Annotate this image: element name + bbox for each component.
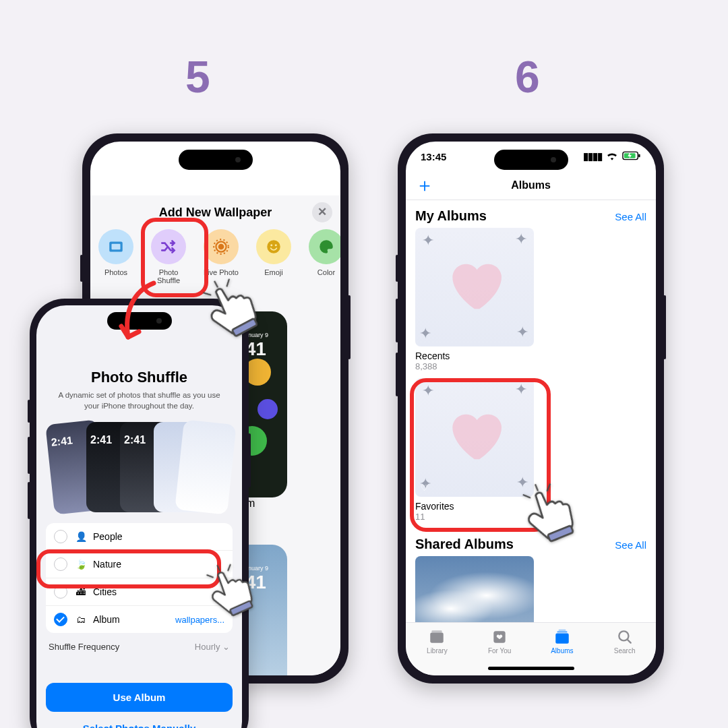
nav-bar: ＋ Albums [406, 171, 656, 200]
album-icon: 🗂 [75, 614, 86, 625]
preview-time: 2:41 [90, 434, 112, 446]
frequency-label: Shuffle Frequency [49, 642, 119, 652]
option-album[interactable]: 🗂Albumwallpapers... [46, 606, 233, 633]
album-recents[interactable]: ✦✦ ✦✦ Recents 8,388 [415, 228, 646, 371]
sheet-subtitle: A dynamic set of photos that shuffle as … [46, 390, 233, 411]
svg-point-5 [267, 240, 280, 253]
svg-point-6 [270, 244, 272, 246]
home-indicator[interactable] [488, 667, 574, 670]
album-title: Recents [415, 351, 646, 361]
phone-front: Photo Shuffle A dynamic set of photos th… [30, 299, 249, 728]
shuffle-frequency-row[interactable]: Shuffle Frequency Hourly ⌄ [46, 633, 233, 660]
photo-shuffle-sheet: Photo Shuffle A dynamic set of photos th… [36, 346, 242, 728]
person-icon: 👤 [75, 531, 86, 542]
tab-search[interactable]: Search [593, 623, 656, 675]
tab-label: Search [614, 647, 636, 655]
tab-label: Library [427, 647, 448, 655]
palette-icon [317, 238, 335, 255]
frequency-value: Hourly ⌄ [195, 642, 230, 652]
add-album-button[interactable]: ＋ [415, 171, 434, 200]
see-all-link[interactable]: See All [615, 539, 646, 551]
highlight-album-row [36, 549, 221, 588]
option-label: Album [93, 614, 120, 625]
close-button[interactable]: ✕ [312, 202, 332, 222]
wifi-icon [606, 151, 618, 162]
step-number-5: 5 [185, 51, 210, 102]
category-row: Photos Photo Shuffle Live Photo Emoji [90, 229, 340, 284]
category-label: Color [317, 268, 335, 276]
dynamic-island [494, 150, 568, 170]
highlight-photo-shuffle [141, 218, 208, 297]
select-photos-manually-button[interactable]: Select Photos Manually [46, 716, 233, 728]
close-icon: ✕ [317, 206, 327, 218]
svg-rect-11 [431, 633, 444, 643]
option-label: People [93, 531, 123, 542]
preview-time: 2:41 [51, 434, 73, 448]
svg-rect-10 [638, 154, 640, 157]
library-icon [428, 628, 446, 646]
battery-icon [622, 151, 641, 162]
album-count: 8,388 [415, 361, 646, 371]
category-photos[interactable]: Photos [98, 229, 133, 284]
preview-fan: 2:41 2:41 2:41 [46, 421, 233, 515]
use-album-button[interactable]: Use Album [46, 683, 233, 712]
photos-icon [107, 238, 125, 255]
svg-rect-12 [432, 630, 442, 632]
nav-title: Albums [511, 179, 551, 191]
step-number-6: 6 [515, 51, 540, 102]
dynamic-island [179, 150, 253, 170]
status-time: 13:45 [421, 151, 446, 162]
emoji-icon [265, 238, 282, 255]
sheet-title: Add New Wallpaper [159, 206, 272, 219]
svg-point-3 [219, 245, 224, 249]
preview-time: 2:41 [124, 434, 146, 446]
tab-label: Albums [551, 647, 573, 655]
category-label: Photos [104, 268, 127, 276]
tab-label: For You [488, 647, 511, 655]
svg-point-7 [275, 244, 277, 246]
signal-icon: ▮▮▮▮ [583, 150, 602, 162]
live-photo-icon [212, 238, 230, 255]
for-you-icon [491, 628, 508, 646]
tab-library[interactable]: Library [406, 623, 468, 675]
svg-rect-1 [112, 244, 121, 250]
sheet-title: Photo Shuffle [46, 369, 233, 386]
svg-rect-15 [557, 631, 567, 632]
svg-rect-14 [555, 634, 569, 644]
category-color[interactable]: Color [309, 229, 340, 284]
option-people[interactable]: 👤People [46, 523, 233, 551]
category-emoji[interactable]: Emoji [256, 229, 291, 284]
tab-bar: Library For You Albums Search [406, 622, 656, 675]
search-icon [616, 628, 634, 646]
section-title-my-albums: My Albums [415, 208, 487, 224]
see-all-link[interactable]: See All [615, 211, 646, 222]
albums-icon [553, 628, 571, 646]
section-title-shared-albums: Shared Albums [415, 537, 514, 552]
category-label: Emoji [264, 268, 283, 276]
svg-rect-16 [558, 630, 566, 631]
